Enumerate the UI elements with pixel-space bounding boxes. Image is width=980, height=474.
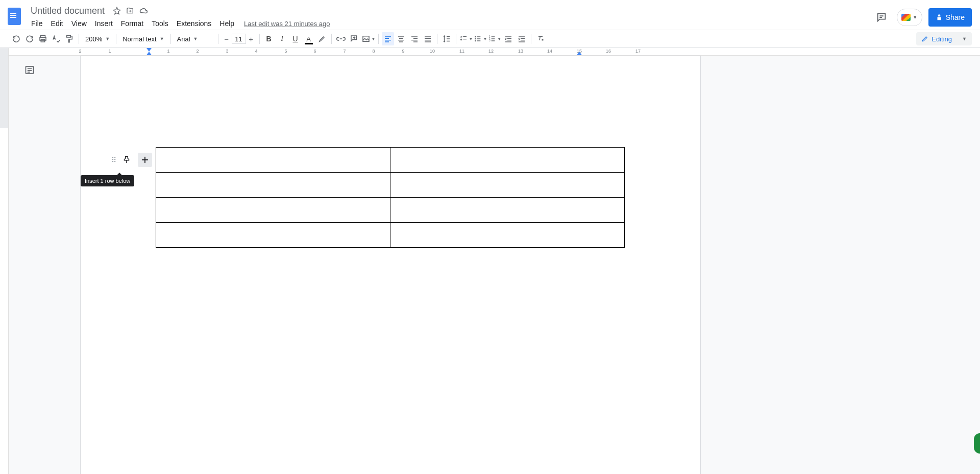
decrease-indent-button[interactable] (502, 32, 514, 45)
table-row[interactable] (156, 173, 625, 198)
font-size-input[interactable] (232, 34, 246, 44)
underline-button[interactable]: U (289, 32, 302, 45)
menu-tools[interactable]: Tools (148, 17, 172, 30)
zoom-select[interactable]: 200%▼ (82, 33, 113, 45)
tooltip: Insert 1 row below (81, 175, 134, 186)
svg-point-5 (475, 38, 476, 40)
italic-button[interactable]: I (276, 32, 288, 45)
table-cell[interactable] (156, 198, 390, 223)
align-left-button[interactable] (382, 32, 394, 45)
menu-help[interactable]: Help (216, 17, 238, 30)
pin-row-button[interactable] (119, 153, 134, 167)
svg-text:3: 3 (489, 39, 491, 42)
add-comment-button[interactable] (348, 32, 360, 45)
docs-logo[interactable] (4, 6, 24, 27)
insert-link-button[interactable] (335, 32, 347, 45)
table-cell[interactable] (390, 198, 625, 223)
show-outline-button[interactable] (23, 63, 36, 77)
menu-insert[interactable]: Insert (91, 17, 116, 30)
comment-history-icon[interactable] (872, 8, 891, 27)
table-cell[interactable] (390, 223, 625, 248)
share-button[interactable]: Share (928, 8, 972, 27)
vertical-ruler (0, 48, 9, 474)
increase-indent-button[interactable] (516, 32, 528, 45)
styles-select[interactable]: Normal text▼ (119, 33, 167, 45)
meet-button[interactable]: ▼ (897, 9, 922, 26)
table-cell[interactable] (156, 223, 390, 248)
font-size-increase[interactable]: + (246, 34, 256, 44)
menu-edit[interactable]: Edit (47, 17, 67, 30)
star-icon[interactable] (113, 7, 121, 15)
highlight-button[interactable] (316, 32, 328, 45)
table-cell[interactable] (390, 173, 625, 198)
right-indent-marker[interactable] (577, 52, 582, 55)
insert-row-button[interactable] (138, 153, 152, 167)
explore-button[interactable] (974, 433, 980, 454)
text-color-button[interactable]: A (303, 32, 315, 45)
meet-icon (901, 14, 911, 21)
table-cell[interactable] (156, 173, 390, 198)
spellcheck-button[interactable] (50, 32, 62, 45)
font-size-decrease[interactable]: − (222, 34, 232, 44)
doc-title[interactable]: Untitled document (28, 5, 108, 17)
horizontal-ruler[interactable]: 2 1 1 2 3 4 5 6 7 8 9 10 11 12 13 14 15 … (9, 48, 980, 56)
numbered-list-button[interactable]: 123▼ (488, 32, 501, 45)
last-edit-link[interactable]: Last edit was 21 minutes ago (244, 20, 330, 28)
bulleted-list-button[interactable]: ▼ (474, 32, 487, 45)
first-line-indent-marker[interactable] (146, 48, 152, 52)
cloud-status-icon[interactable] (139, 7, 149, 14)
insert-image-button[interactable]: ▼ (361, 32, 376, 45)
menu-format[interactable]: Format (117, 17, 147, 30)
menu-view[interactable]: View (68, 17, 90, 30)
align-right-button[interactable] (408, 32, 421, 45)
redo-button[interactable] (23, 32, 36, 45)
print-button[interactable] (37, 32, 49, 45)
share-label: Share (946, 13, 965, 21)
undo-button[interactable] (10, 32, 22, 45)
svg-rect-3 (363, 36, 369, 42)
document-page[interactable]: ⠿ Insert 1 row below (80, 56, 701, 474)
menu-file[interactable]: File (28, 17, 46, 30)
editing-mode-label: Editing (932, 35, 952, 43)
svg-point-6 (475, 40, 476, 42)
table-cell[interactable]: ⠿ Insert 1 row below (156, 148, 390, 173)
table-row[interactable]: ⠿ Insert 1 row below (156, 148, 625, 173)
document-table[interactable]: ⠿ Insert 1 row below (156, 147, 625, 248)
svg-point-4 (475, 36, 476, 38)
left-indent-marker[interactable] (146, 52, 152, 55)
table-row[interactable] (156, 198, 625, 223)
drag-handle-icon[interactable]: ⠿ (111, 156, 115, 164)
bold-button[interactable]: B (263, 32, 275, 45)
line-spacing-button[interactable] (440, 32, 453, 45)
editing-mode-button[interactable]: Editing ▼ (916, 32, 972, 45)
checklist-button[interactable]: ▼ (459, 32, 473, 45)
move-icon[interactable] (126, 7, 134, 15)
paint-format-button[interactable] (63, 32, 76, 45)
clear-formatting-button[interactable] (534, 32, 547, 45)
table-row[interactable] (156, 223, 625, 248)
menu-extensions[interactable]: Extensions (173, 17, 215, 30)
align-center-button[interactable] (395, 32, 407, 45)
table-cell[interactable] (390, 148, 625, 173)
align-justify-button[interactable] (422, 32, 434, 45)
font-select[interactable]: Arial▼ (174, 33, 215, 45)
